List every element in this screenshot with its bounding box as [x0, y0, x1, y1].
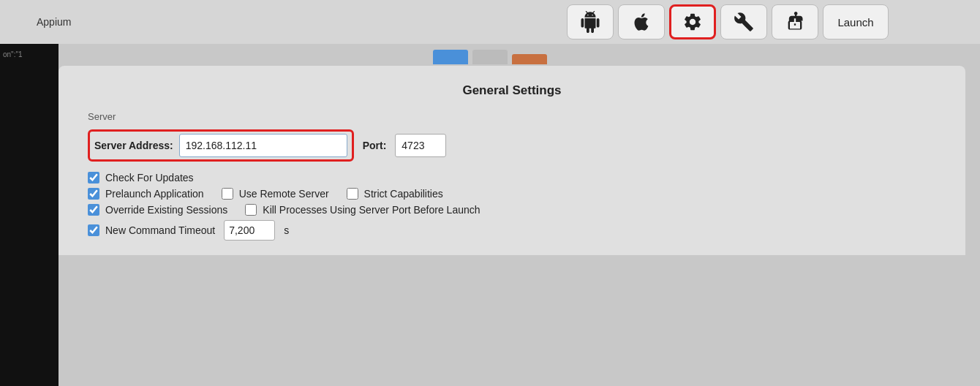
checkbox-rows: Check For Updates Prelaunch Application …	[88, 172, 936, 241]
checkbox-row-timeout: New Command Timeout s	[88, 220, 936, 241]
section-server-label: Server	[88, 111, 936, 122]
tools-button[interactable]	[720, 4, 767, 39]
tab-indicator-blue[interactable]	[433, 50, 468, 64]
checkbox-override-label: Override Existing Sessions	[105, 204, 227, 216]
tab-indicator-gray[interactable]	[472, 50, 508, 64]
checkbox-updates-label: Check For Updates	[105, 172, 194, 183]
checkbox-override[interactable]	[88, 204, 99, 216]
checkbox-prelaunch-label: Prelaunch Application	[105, 188, 204, 200]
server-address-label: Server Address:	[94, 140, 173, 151]
checkbox-kill[interactable]	[245, 204, 257, 216]
checkbox-remote-label: Use Remote Server	[239, 188, 329, 200]
left-panel-text: on":"1	[3, 50, 23, 58]
checkbox-row-prelaunch: Prelaunch Application Use Remote Server …	[88, 188, 936, 200]
settings-panel: General Settings Server Server Address: …	[59, 66, 965, 255]
launch-label: Launch	[837, 16, 873, 29]
checkbox-remote[interactable]	[222, 188, 233, 200]
port-label: Port:	[363, 140, 387, 151]
checkbox-updates[interactable]	[88, 172, 99, 183]
panel-title: General Settings	[88, 83, 936, 98]
toolbar: Launch	[490, 0, 980, 44]
settings-button[interactable]	[669, 4, 716, 39]
checkbox-row-updates: Check For Updates	[88, 172, 936, 183]
checkbox-strict-label: Strict Capabilities	[364, 188, 443, 200]
checkbox-kill-label: Kill Processes Using Server Port Before …	[263, 204, 480, 216]
robot-button[interactable]	[772, 4, 818, 39]
app-title: Appium	[37, 16, 71, 28]
port-input[interactable]	[395, 134, 446, 157]
top-bar: Appium	[0, 0, 980, 44]
apple-button[interactable]	[618, 4, 665, 39]
server-address-input[interactable]	[179, 134, 347, 157]
checkbox-strict[interactable]	[347, 188, 358, 200]
timeout-unit: s	[284, 224, 289, 236]
launch-button[interactable]: Launch	[823, 4, 889, 39]
android-button[interactable]	[567, 4, 614, 39]
checkbox-timeout[interactable]	[88, 224, 99, 236]
server-row: Server Address: Port:	[88, 129, 936, 162]
left-panel: on":"1	[0, 44, 59, 386]
timeout-input[interactable]	[224, 220, 275, 241]
checkbox-timeout-label: New Command Timeout	[105, 224, 215, 236]
tab-indicator-orange[interactable]	[512, 54, 547, 64]
checkbox-row-override: Override Existing Sessions Kill Processe…	[88, 204, 936, 216]
checkbox-prelaunch[interactable]	[88, 188, 99, 200]
